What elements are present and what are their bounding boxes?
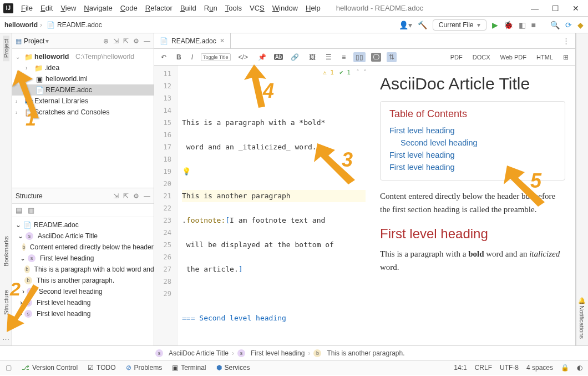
struct-h1-1[interactable]: ⌄sFirst level heading	[12, 253, 154, 264]
collapse-all-icon[interactable]: ⇱	[123, 37, 129, 45]
export-docx[interactable]: DOCX	[470, 53, 493, 62]
tool-vcs[interactable]: ⎇Version Control	[22, 364, 78, 372]
struct-preamble[interactable]: bContent entered directly below the head…	[12, 242, 154, 253]
breadcrumb-project[interactable]: helloworld	[4, 21, 38, 29]
struct-file[interactable]: ⌄📄README.adoc	[12, 219, 154, 230]
expand-all-icon[interactable]: ⇲	[113, 37, 119, 45]
link-icon[interactable]: 🔗	[288, 52, 301, 62]
undo-icon[interactable]: ↶	[159, 52, 169, 62]
pin-icon[interactable]: 📌	[256, 52, 268, 62]
tool-todo[interactable]: ☑TODO	[88, 364, 115, 372]
struct-h1-3[interactable]: ›sFirst level heading	[12, 308, 154, 319]
editor-more-icon[interactable]: ⋮	[557, 37, 575, 45]
menu-edit[interactable]: Edit	[37, 3, 56, 13]
export-pdf[interactable]: PDF	[448, 53, 465, 62]
preview-icon[interactable]: 🖵	[371, 53, 381, 62]
status-pos[interactable]: 14:1	[454, 364, 467, 372]
status-enc[interactable]: UTF-8	[500, 364, 519, 372]
run-config-selector[interactable]: Current File▾	[433, 19, 486, 31]
rail-notifications[interactable]: 🔔 Notifications	[579, 293, 586, 342]
close-tab-icon[interactable]: ✕	[220, 37, 225, 44]
chevron-right-icon[interactable]: ›	[16, 98, 22, 104]
menu-refactor[interactable]: Refactor	[142, 3, 176, 13]
crumb-c[interactable]: This is another paragraph.	[327, 349, 404, 357]
rail-project[interactable]: Project	[3, 36, 9, 61]
update-icon[interactable]: ⟳	[565, 21, 572, 29]
highlight-icon[interactable]: Ab	[274, 54, 283, 60]
tree-file-iml[interactable]: ▣helloworld.iml	[12, 73, 154, 84]
editor-tab-readme[interactable]: 📄 README.adoc ✕	[154, 33, 231, 48]
menu-code[interactable]: Code	[117, 3, 141, 13]
processes-icon[interactable]: ◐	[577, 364, 582, 372]
struct-title[interactable]: ⌄sAsciiDoc Article Title	[12, 230, 154, 242]
expand-all-icon[interactable]: ⇲	[113, 192, 119, 200]
tree-root[interactable]: ⌄ 📁 helloworld C:\Temp\helloworld	[12, 51, 154, 62]
list-icon[interactable]: ☰	[323, 52, 334, 62]
status-indent[interactable]: 4 spaces	[526, 364, 553, 372]
chevron-right-icon[interactable]: ›	[16, 109, 22, 116]
breadcrumb-file[interactable]: README.adoc	[57, 21, 102, 29]
align-icon[interactable]: ≡	[339, 52, 348, 62]
image-icon[interactable]: 🖼	[307, 52, 318, 62]
rail-bookmarks[interactable]: Bookmarks	[3, 233, 9, 270]
rail-structure[interactable]: Structure	[3, 287, 9, 318]
crumb-b[interactable]: First level heading	[251, 349, 305, 357]
struct-p1b[interactable]: bThis is another paragraph.	[12, 275, 154, 286]
collapse-all-icon[interactable]: ⇱	[123, 192, 129, 200]
tree-file-readme[interactable]: 📄README.adoc	[12, 84, 154, 96]
menu-vcs[interactable]: VCS	[246, 3, 268, 13]
hide-icon[interactable]: —	[144, 37, 150, 45]
tool-problems[interactable]: ⊘Problems	[126, 364, 163, 372]
menu-window[interactable]: Window	[269, 3, 301, 13]
status-eol[interactable]: CRLF	[475, 364, 492, 372]
menu-tools[interactable]: Tools	[222, 3, 245, 13]
toggle-title-button[interactable]: Toggle Title	[201, 53, 231, 61]
gear-icon[interactable]: ⚙	[133, 37, 139, 45]
toc-link[interactable]: First level heading	[389, 124, 556, 137]
hide-icon[interactable]: —	[144, 192, 150, 200]
tree-external-libs[interactable]: ›📚External Libraries	[12, 96, 154, 107]
close-icon[interactable]: ✕	[572, 4, 579, 13]
select-open-icon[interactable]: ⊕	[103, 37, 109, 45]
export-html[interactable]: HTML	[534, 53, 555, 62]
menu-help[interactable]: Help	[302, 3, 324, 13]
code-editor[interactable]: ⚠ 1✔ 1ˆ ˅ This is a paragraph with a *bo…	[178, 66, 370, 345]
maximize-icon[interactable]: ☐	[552, 4, 559, 13]
tool-terminal[interactable]: ▣Terminal	[172, 364, 206, 372]
build-icon[interactable]: 🔨	[418, 21, 427, 29]
tool-services[interactable]: ⬢Services	[216, 364, 250, 372]
toc-link[interactable]: First level heading	[389, 161, 556, 173]
struct-view2-icon[interactable]: ▥	[28, 206, 34, 214]
tree-scratches[interactable]: ›📋Scratches and Consoles	[12, 107, 154, 118]
bold-button[interactable]: B	[174, 52, 184, 62]
crumb-a[interactable]: AsciiDoc Article Title	[169, 349, 229, 357]
table-icon[interactable]: ⊞	[561, 52, 571, 62]
menu-navigate[interactable]: Navigate	[80, 3, 115, 13]
preview-pane[interactable]: AsciiDoc Article Title Table of Contents…	[370, 66, 575, 345]
inspections-widget[interactable]: ⚠ 1✔ 1ˆ ˅	[323, 67, 367, 79]
chevron-right-icon[interactable]: ›	[26, 65, 32, 71]
gear-icon[interactable]: ⚙	[133, 192, 139, 200]
search-icon[interactable]: 🔍	[550, 21, 560, 29]
run-icon[interactable]: ▶	[492, 21, 498, 29]
struct-h2[interactable]: ›sSecond level heading	[12, 286, 154, 297]
chevron-down-icon[interactable]: ⌄	[16, 54, 22, 60]
scroll-sync-icon[interactable]: ⇅	[387, 52, 397, 62]
chevron-down-icon[interactable]: ▾	[45, 37, 49, 45]
lock-icon[interactable]: 🔒	[561, 364, 569, 372]
menu-file[interactable]: File	[18, 3, 36, 13]
rail-more-icon[interactable]: ⋯	[2, 335, 9, 343]
stop-icon[interactable]: ■	[531, 21, 536, 29]
project-tree[interactable]: ⌄ 📁 helloworld C:\Temp\helloworld ›📁.ide…	[12, 49, 154, 188]
coverage-icon[interactable]: ◧	[519, 21, 526, 29]
italic-button[interactable]: I	[189, 52, 195, 62]
minimize-icon[interactable]: —	[531, 4, 539, 13]
struct-h1-2[interactable]: ›sFirst level heading	[12, 297, 154, 308]
menu-build[interactable]: Build	[177, 3, 200, 13]
debug-icon[interactable]: 🐞	[504, 21, 513, 29]
struct-view1-icon[interactable]: ▤	[16, 206, 22, 214]
square-icon[interactable]: ▢	[6, 364, 12, 372]
toc-link[interactable]: Second level heading	[389, 137, 556, 149]
tree-folder-idea[interactable]: ›📁.idea	[12, 62, 154, 73]
export-webpdf[interactable]: Web PDF	[498, 53, 529, 62]
